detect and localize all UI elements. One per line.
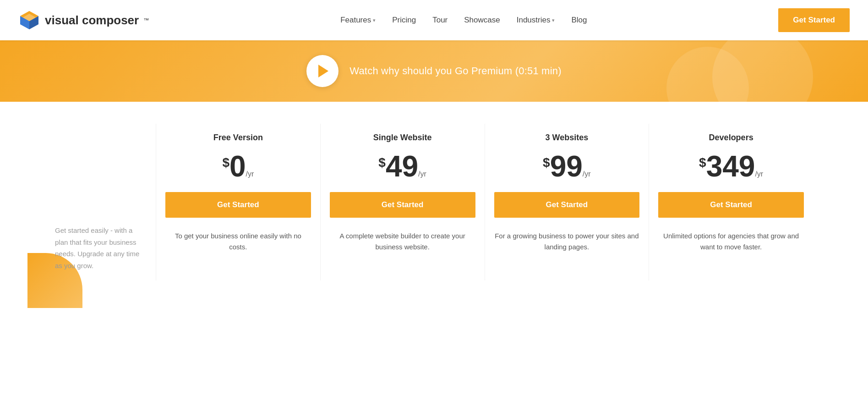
chevron-down-icon: ▾ bbox=[373, 17, 376, 23]
play-icon bbox=[318, 65, 328, 77]
plan-dev-name: Developers bbox=[658, 133, 804, 143]
plan-three-cta[interactable]: Get Started bbox=[494, 192, 640, 218]
plan-free: Free Version $ 0 /yr Get Started To get … bbox=[156, 124, 320, 280]
plan-three-name: 3 Websites bbox=[494, 133, 640, 143]
price-dollar-sign: $ bbox=[543, 155, 550, 170]
pricing-table-container: Get started easily - with a plan that fi… bbox=[27, 102, 841, 308]
header: visual composer™ Features ▾ Pricing Tour… bbox=[0, 0, 868, 40]
navigation: Features ▾ Pricing Tour Showcase Industr… bbox=[340, 16, 587, 25]
logo-icon bbox=[18, 9, 40, 31]
pricing-description: Get started easily - with a plan that fi… bbox=[55, 225, 147, 271]
price-dollar-sign: $ bbox=[378, 155, 386, 170]
plan-dev-period: /yr bbox=[755, 170, 763, 178]
nav-showcase[interactable]: Showcase bbox=[464, 16, 500, 25]
plan-single-period: /yr bbox=[418, 170, 426, 178]
hero-video-text: Watch why should you Go Premium (0:51 mi… bbox=[349, 65, 561, 77]
plan-free-desc: To get your business online easily with … bbox=[165, 231, 311, 253]
pricing-description-col: Get started easily - with a plan that fi… bbox=[55, 124, 156, 280]
plan-three-amount: 99 bbox=[550, 152, 583, 181]
plan-three-sites: 3 Websites $ 99 /yr Get Started For a gr… bbox=[485, 124, 649, 280]
logo[interactable]: visual composer™ bbox=[18, 9, 149, 31]
hero-banner: Watch why should you Go Premium (0:51 mi… bbox=[0, 40, 868, 102]
plan-dev-amount: 349 bbox=[706, 152, 755, 181]
plan-three-period: /yr bbox=[583, 170, 591, 178]
plan-single-price: $ 49 /yr bbox=[330, 152, 475, 181]
plan-single-cta[interactable]: Get Started bbox=[330, 192, 475, 218]
plan-single-amount: 49 bbox=[386, 152, 418, 181]
price-dollar-sign: $ bbox=[222, 155, 229, 170]
plan-single: Single Website $ 49 /yr Get Started A co… bbox=[320, 124, 485, 280]
plan-free-cta[interactable]: Get Started bbox=[165, 192, 311, 218]
nav-features[interactable]: Features ▾ bbox=[340, 16, 376, 25]
chevron-down-icon: ▾ bbox=[552, 17, 555, 23]
logo-text: visual composer bbox=[45, 13, 139, 28]
header-get-started-button[interactable]: Get Started bbox=[778, 8, 850, 32]
plan-single-desc: A complete website builder to create you… bbox=[330, 231, 475, 253]
plan-three-desc: For a growing business to power your sit… bbox=[494, 231, 640, 253]
plan-dev-price: $ 349 /yr bbox=[658, 152, 804, 181]
nav-tour[interactable]: Tour bbox=[432, 16, 448, 25]
nav-blog[interactable]: Blog bbox=[571, 16, 587, 25]
pricing-section: Get started easily - with a plan that fi… bbox=[0, 102, 868, 336]
plan-three-price: $ 99 /yr bbox=[494, 152, 640, 181]
logo-trademark: ™ bbox=[143, 17, 149, 23]
nav-pricing[interactable]: Pricing bbox=[392, 16, 416, 25]
plan-dev-desc: Unlimited options for agencies that grow… bbox=[658, 231, 804, 253]
pricing-table: Get started easily - with a plan that fi… bbox=[55, 124, 813, 280]
plan-free-price: $ 0 /yr bbox=[165, 152, 311, 181]
plan-developers: Developers $ 349 /yr Get Started Unlimit… bbox=[649, 124, 813, 280]
price-dollar-sign: $ bbox=[699, 155, 706, 170]
plan-free-amount: 0 bbox=[229, 152, 246, 181]
plan-single-name: Single Website bbox=[330, 133, 475, 143]
nav-industries[interactable]: Industries ▾ bbox=[517, 16, 555, 25]
plan-free-period: /yr bbox=[246, 170, 254, 178]
plan-dev-cta[interactable]: Get Started bbox=[658, 192, 804, 218]
plan-free-name: Free Version bbox=[165, 133, 311, 143]
play-button[interactable] bbox=[306, 55, 338, 87]
